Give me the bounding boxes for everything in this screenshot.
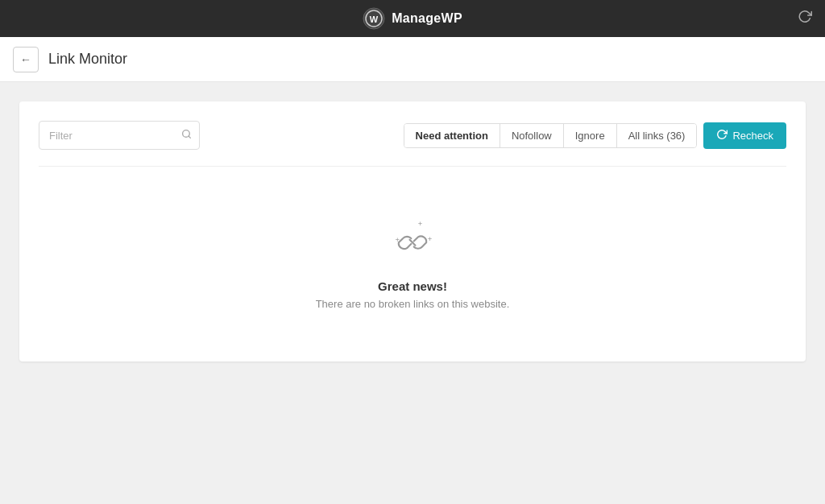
filter-input[interactable]: [39, 121, 200, 150]
tab-ignore[interactable]: Ignore: [564, 124, 617, 147]
tab-nofollow[interactable]: Nofollow: [500, 124, 564, 147]
back-arrow-icon: ←: [20, 53, 31, 66]
empty-state-title: Great news!: [378, 279, 447, 293]
page-title: Link Monitor: [48, 51, 127, 68]
recheck-button[interactable]: Recheck: [703, 122, 786, 149]
recheck-label: Recheck: [732, 130, 773, 142]
empty-state-subtitle: There are no broken links on this websit…: [316, 298, 510, 310]
tab-need-attention[interactable]: Need attention: [404, 124, 500, 147]
page-header: ← Link Monitor: [0, 37, 825, 82]
link-monitor-card: Need attention Nofollow Ignore All links…: [19, 101, 806, 361]
navbar-logo: W ManageWP: [363, 7, 462, 30]
navbar: W ManageWP: [0, 0, 825, 37]
navbar-logo-text: ManageWP: [392, 11, 462, 26]
recheck-icon: [716, 129, 728, 143]
empty-state: + + + Great news! There are no broken li…: [39, 167, 786, 342]
svg-text:+: +: [418, 219, 423, 228]
filter-wrapper: [39, 121, 200, 150]
main-content: Need attention Nofollow Ignore All links…: [0, 82, 825, 504]
svg-text:W: W: [370, 14, 379, 24]
refresh-button[interactable]: [798, 10, 812, 28]
managewp-logo-icon: W: [363, 7, 385, 30]
tab-all-links[interactable]: All links (36): [617, 124, 697, 147]
toolbar: Need attention Nofollow Ignore All links…: [39, 121, 786, 150]
back-button[interactable]: ←: [13, 47, 39, 72]
tabs-and-recheck: Need attention Nofollow Ignore All links…: [404, 122, 786, 149]
svg-text:+: +: [428, 234, 433, 243]
tab-group: Need attention Nofollow Ignore All links…: [404, 123, 698, 148]
broken-link-icon: + + +: [384, 215, 441, 266]
